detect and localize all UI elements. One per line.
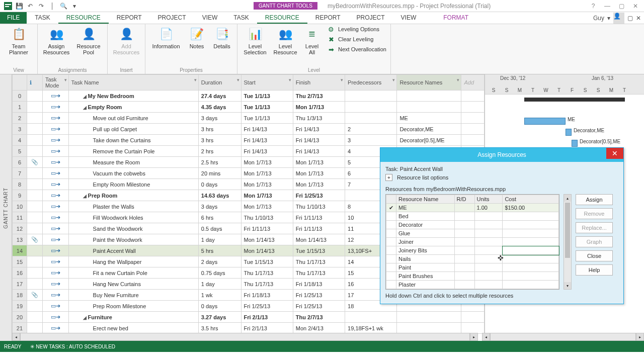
undo-icon[interactable]: ↶ [25,1,35,11]
leveling-options-icon: ⚙ [327,25,335,33]
table-row[interactable]: 2▭➔Move out old Furniture3 daysTue 1/1/1… [13,113,485,124]
resource-table-scrollbar[interactable]: ▴ ▾ [564,194,572,290]
resource-row[interactable]: Joiner [386,238,559,246]
tab-report[interactable]: REPORT [307,12,349,24]
notes-button[interactable]: 📝 Notes [186,25,208,50]
team-planner-button[interactable]: 📋 TeamPlanner [4,25,33,56]
clear-leveling-button[interactable]: ✖Clear Leveling [327,35,386,43]
level-all-button[interactable]: ≡ LevelAll [302,25,322,56]
col-units[interactable]: Units [474,195,503,204]
svg-rect-2 [5,6,9,7]
tab-project[interactable]: PROJECT [349,12,393,24]
add-resources-button[interactable]: 👤 AddResources [112,25,141,56]
next-overallocation-button[interactable]: ➡Next Overallocation [327,45,386,53]
col-duration[interactable]: Duration▾ [198,75,241,90]
details-button[interactable]: 📑 Details [211,25,233,50]
col-task-name[interactable]: Task Name▾ [68,75,198,90]
zoom-icon[interactable]: 🔍 [58,1,68,11]
user-name[interactable]: Guy [593,15,604,22]
resource-row[interactable]: Plaster [386,281,559,289]
assign-button[interactable]: Assign [576,194,613,205]
gantt-bar-summary[interactable] [524,98,625,102]
leveling-options-button[interactable]: ⚙Leveling Options [327,25,386,33]
resource-pool-button[interactable]: 👤 ResourcePool [74,25,103,56]
assign-resources-button[interactable]: 👥 AssignResources [42,25,71,56]
file-tab[interactable]: FILE [0,12,27,24]
col-resource-names[interactable]: Resource Names▾ [397,75,461,90]
help-icon[interactable]: ? [588,2,599,11]
resource-row[interactable]: Decorator [386,221,559,229]
col-predecessors[interactable]: Predecessors▾ [345,75,397,90]
table-row[interactable]: 4▭➔Take down the Curtains3 hrsFri 1/4/13… [13,135,485,146]
tab-report[interactable]: REPORT [109,12,150,24]
tab-resource[interactable]: RESOURCE [257,12,307,24]
tab-project[interactable]: PROJECT [150,12,194,24]
col-finish[interactable]: Finish▾ [293,75,345,90]
col-add-new[interactable]: Add [461,75,485,90]
resource-row[interactable]: Paint Brushes [386,272,559,281]
user-dropdown-icon[interactable]: ▾ [607,15,610,22]
gantt-bar[interactable] [524,118,566,125]
resource-row[interactable]: Glue [386,229,559,238]
scroll-up-icon[interactable]: ▴ [564,195,571,202]
col-rd[interactable]: R/D [454,195,474,204]
remove-button[interactable]: Remove [576,208,613,219]
resource-row[interactable]: Paint [386,263,559,272]
dialog-close-button[interactable]: ✕ [606,148,623,159]
view-side-label[interactable]: GANTT CHART [0,74,12,342]
scroll-right-icon[interactable]: ▸ [470,333,478,341]
dialog-title-bar[interactable]: Assign Resources ✕ [380,148,623,162]
expand-list-options-button[interactable]: + [385,174,392,181]
tab-view[interactable]: VIEW [393,12,425,24]
information-button[interactable]: 📄 Information [149,25,183,50]
col-mode[interactable]: TaskMode▾ [42,75,68,90]
table-row[interactable]: 1▭➔◢Empty Room4.35 daysTue 1/1/13Mon 1/7… [13,102,485,113]
close-icon[interactable]: ✕ [630,2,641,11]
resource-row[interactable]: ✔ME1.00$150.00 [386,204,559,212]
group-insert-label: Insert [120,67,132,74]
redo-icon[interactable]: ↷ [36,1,46,11]
app-title: myBedroomWithResources.mpp - Project Pro… [328,3,491,10]
tab-task[interactable]: TASK [27,12,58,24]
tab-resource[interactable]: RESOURCE [58,12,109,24]
gantt-bar-label: Decorator[0.5],ME [580,139,620,144]
horizontal-scroll[interactable]: ◂ ▸ ◂ ▸ [12,333,644,341]
minimize-icon[interactable]: — [602,2,613,11]
col-resource-name[interactable]: Resource Name [396,195,454,204]
col-cost[interactable]: Cost [503,195,559,204]
scroll-down-icon[interactable]: ▾ [564,282,571,289]
gantt-bar[interactable] [566,129,572,136]
qat-customize-icon[interactable]: ▾ [69,1,79,11]
gantt-bar[interactable] [572,140,578,147]
table-row[interactable]: 21▭➔Erect new bed3.5 hrsFri 2/1/13Mon 2/… [13,323,485,334]
ribbon-collapse-icon[interactable]: ▢ [627,15,633,22]
save-icon[interactable]: 💾 [14,1,24,11]
level-selection-button[interactable]: 📊 LevelSelection [242,25,269,56]
graph-button[interactable]: Graph [576,236,613,247]
tab-format[interactable]: FORMAT [435,12,476,24]
tab-task[interactable]: TASK [225,12,257,24]
resource-row[interactable]: Bed [386,212,559,221]
col-rownum[interactable] [13,75,27,90]
user-avatar-icon[interactable]: 👤 [613,13,624,24]
col-start[interactable]: Start▾ [241,75,293,90]
close-button[interactable]: Close [576,250,613,261]
level-resource-button[interactable]: 👥 LevelResource [272,25,299,56]
col-indicator[interactable]: ℹ [27,75,42,90]
resource-row[interactable]: Joinery Bits [386,246,559,255]
resource-table[interactable]: Resource Name R/D Units Cost ✔ME1.00$150… [385,194,559,290]
maximize-icon[interactable]: ▢ [616,2,627,11]
project-icon[interactable] [3,1,13,11]
help-button[interactable]: Help [576,264,613,276]
table-row[interactable]: 0▭➔◢My New Bedroom27.4 daysTue 1/1/13Thu… [13,90,485,102]
status-new-tasks[interactable]: ✳ NEW TASKS : AUTO SCHEDULED [30,344,115,349]
table-row[interactable]: 20▭➔◢Furniture3.27 daysFri 2/1/13Thu 2/7… [13,312,485,323]
resource-row[interactable]: Nails [386,255,559,263]
replace-button[interactable]: Replace... [576,222,613,233]
scroll-left-icon[interactable]: ◂ [482,333,490,341]
tab-view[interactable]: VIEW [194,12,226,24]
table-row[interactable]: 3▭➔Pull up old Carpet3 hrsFri 1/4/13Fri … [13,124,485,135]
scroll-left-icon[interactable]: ◂ [12,333,20,341]
scroll-right-icon[interactable]: ▸ [636,333,644,341]
inner-close-icon[interactable]: ✕ [636,15,641,22]
